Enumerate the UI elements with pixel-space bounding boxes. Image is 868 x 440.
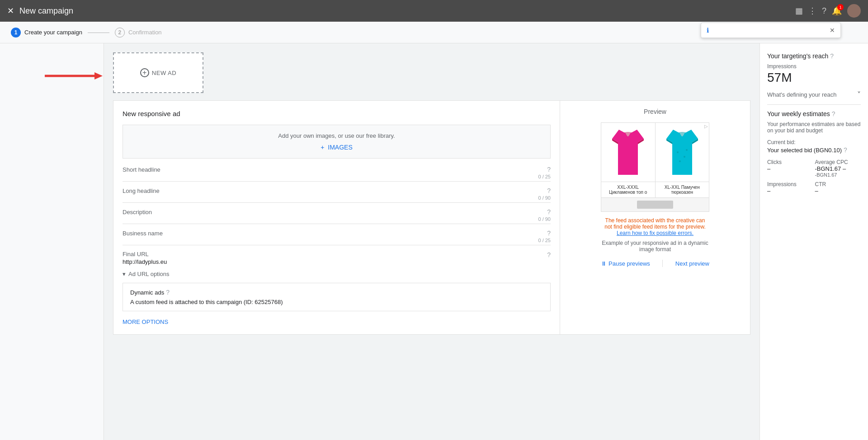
arrow-container [0,70,104,81]
blue-shirt-svg [660,125,705,179]
feed-error: The feed associated with the creative ca… [601,217,709,236]
description-field: Description ? 0 / 90 [123,208,551,224]
weekly-desc: Your performance estimates are based on … [767,121,861,134]
notification-close-button[interactable]: ✕ [830,27,835,34]
dynamic-ads-title: Dynamic ads [130,289,164,296]
main-layout: + NEW AD New responsive ad Add your own … [0,43,868,440]
clicks-value: – [767,165,813,172]
weekly-estimates: Your weekly estimates ? Your performance… [767,105,861,194]
plus-circle-icon: + [140,68,149,77]
clicks-metric: Clicks – [767,159,813,178]
pause-label: Pause previews [609,260,650,267]
metrics-grid: Clicks – Average CPC -BGN1.67 – -BGN1.67… [767,159,861,194]
business-name-help[interactable]: ? [547,229,551,237]
preview-example-text: Example of your responsive ad in a dynam… [601,240,709,253]
header-title: New campaign [19,6,73,16]
preview-section: Preview [560,101,750,334]
images-button[interactable]: + IMAGES [321,144,353,151]
dynamic-ads-help[interactable]: ? [166,289,170,296]
dynamic-ads-desc: A custom feed is attached to this campai… [130,299,543,305]
impressions-label: Impressions [767,63,861,70]
what-defining-label: What's defining your reach [767,91,837,98]
svg-point-4 [677,151,679,153]
impressions-metric-label: Impressions [767,181,813,187]
new-ad-button[interactable]: + NEW AD [113,52,203,93]
ad-url-options[interactable]: ▾ Ad URL options [123,271,551,277]
final-url-section: Final URL ? http://ladyplus.eu [123,251,551,265]
final-url-label: Final URL [123,251,149,257]
step1-label: Create your campaign [24,29,82,36]
final-url-value: http://ladyplus.eu [123,258,551,265]
step2-label: Confirmation [128,29,162,36]
notification-text: Make the most of the new AdWords experie… [712,27,826,33]
impressions-value: 57M [767,70,861,85]
preview-product1-image [601,123,655,182]
step-2: 2 Confirmation [115,28,162,37]
preview-title: Preview [644,108,666,115]
chart-icon[interactable]: ▦ [795,6,803,16]
help-icon[interactable]: ? [822,6,826,16]
weekly-estimates-title: Your weekly estimates ? [767,110,861,117]
svg-point-7 [686,149,688,151]
preview-controls-divider [662,260,663,267]
notification-badge-count: 1 [837,4,844,10]
short-headline-help[interactable]: ? [547,166,551,173]
targeting-reach-label: Your targeting's reach [767,52,828,60]
long-headline-label: Long headline [123,187,160,194]
description-count: 0 / 90 [123,216,551,222]
long-headline-count: 0 / 90 [123,195,551,201]
step1-number: 1 [11,28,21,37]
avg-cpc-label: Average CPC [815,159,861,165]
svg-marker-1 [94,72,103,80]
notification-button[interactable]: 🔔 1 [832,6,842,16]
more-options-button[interactable]: MORE OPTIONS [123,318,168,325]
svg-point-5 [684,156,685,158]
step-divider: ———— [88,29,109,36]
header-actions: ▦ ⋮ ? 🔔 1 [795,4,861,18]
preview-ad-info: XXL-XXXL Цикламенов топ о XL-XXL Памучен… [601,182,709,197]
long-headline-help[interactable]: ? [547,187,551,194]
step2-number: 2 [115,28,125,37]
targeting-reach-title: Your targeting's reach ? [767,52,861,60]
what-defining-reach[interactable]: What's defining your reach ˅ [767,90,861,105]
business-name-label: Business name [123,230,163,237]
preview-product1-info: XXL-XXXL Цикламенов топ о [601,182,656,197]
form-preview-split: New responsive ad Add your own images, o… [113,100,750,335]
notification-banner: ℹ Make the most of the new AdWords exper… [701,23,841,38]
new-ad-section: + NEW AD [104,43,760,93]
user-avatar[interactable] [847,4,861,18]
current-bid-help[interactable]: ? [844,146,847,154]
business-name-field: Business name ? 0 / 25 [123,229,551,245]
clicks-label: Clicks [767,159,813,165]
avg-cpc-metric: Average CPC -BGN1.67 – -BGN1.67 [815,159,861,178]
header: ✕ New campaign ▦ ⋮ ? 🔔 1 ℹ Make the most… [0,0,868,22]
ad-indicator-icon: ▷ [704,124,708,129]
svg-point-6 [679,160,681,162]
description-help[interactable]: ? [547,208,551,215]
preview-cta [601,197,709,211]
description-label: Description [123,209,152,215]
next-preview-button[interactable]: Next preview [675,260,709,267]
short-headline-count: 0 / 25 [123,174,551,179]
chevron-down-icon: ˅ [857,90,861,99]
images-prompt: Add your own images, or use our free lib… [130,132,543,139]
preview-product2-image [655,123,709,182]
current-bid-label: Current bid: [767,139,861,145]
close-button[interactable]: ✕ [7,6,14,16]
pink-shirt-svg [605,125,651,179]
business-name-count: 0 / 25 [123,238,551,243]
final-url-help[interactable]: ? [547,251,551,258]
feed-error-link[interactable]: Learn how to fix possible errors. [617,230,693,236]
preview-controls: ⏸ Pause previews Next preview [601,260,709,267]
short-headline-label: Short headline [123,166,160,173]
targeting-reach-help[interactable]: ? [830,52,834,60]
pause-previews-button[interactable]: ⏸ Pause previews [601,260,650,267]
weekly-estimates-help[interactable]: ? [832,110,835,117]
dynamic-ads-box: Dynamic ads ? A custom feed is attached … [123,283,551,311]
feed-error-text: The feed associated with the creative ca… [604,217,705,230]
images-btn-icon: + [321,144,324,151]
more-icon[interactable]: ⋮ [808,6,816,16]
weekly-title-label: Your weekly estimates [767,110,830,117]
ad-url-options-label: Ad URL options [128,271,170,277]
left-panel [0,43,104,440]
